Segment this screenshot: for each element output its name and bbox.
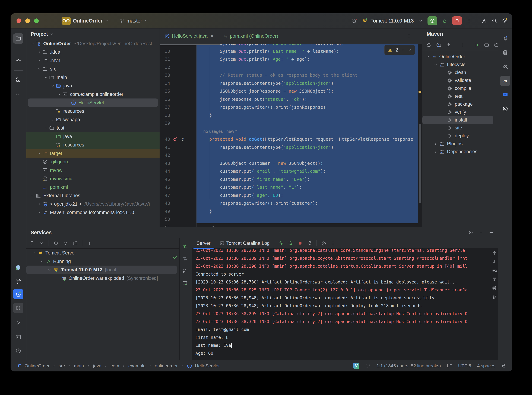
chevron-down-icon[interactable] bbox=[418, 18, 423, 23]
rerun-button[interactable] bbox=[427, 16, 437, 25]
breadcrumb-item[interactable]: java bbox=[93, 363, 101, 369]
breadcrumb-item[interactable]: example bbox=[128, 363, 145, 369]
project-tree-item[interactable]: < openjdk-21 > /Users/eve/Library/Java/J… bbox=[26, 200, 160, 208]
maven-tree-item-test[interactable]: test bbox=[422, 92, 498, 100]
scroll-up-icon[interactable] bbox=[492, 250, 497, 255]
soft-wrap-icon[interactable] bbox=[492, 268, 497, 273]
plus-icon[interactable] bbox=[460, 43, 465, 48]
maven-tree-item-package[interactable]: package bbox=[422, 100, 498, 108]
breadcrumb-item[interactable]: main bbox=[74, 363, 84, 369]
tab-pomxml[interactable]: m pom.xml (OnlineOrder) bbox=[218, 28, 283, 44]
tab-helloservlet[interactable]: C HelloServlet.java × bbox=[160, 28, 218, 44]
settings-gear-icon[interactable] bbox=[502, 18, 508, 24]
bug-x-icon[interactable] bbox=[351, 18, 357, 24]
code-editor[interactable]: 29 System.out.println("First name: " + f… bbox=[160, 44, 422, 227]
target-icon[interactable] bbox=[468, 230, 473, 235]
breadcrumb[interactable]: OnlineOrdersrcmainjavacomexampleonlineor… bbox=[18, 363, 220, 369]
sidebar-run-icon[interactable] bbox=[13, 318, 23, 328]
breadcrumb-item[interactable]: com bbox=[111, 363, 119, 369]
project-tree-item[interactable]: .mvn bbox=[26, 56, 160, 65]
encoding[interactable]: UTF-8 bbox=[458, 363, 471, 369]
at-icon[interactable]: @ bbox=[180, 137, 186, 142]
sidebar-brackets-icon[interactable] bbox=[13, 303, 23, 313]
deploy-icon[interactable] bbox=[182, 243, 188, 249]
maven-tree-item-plugins[interactable]: Plugins bbox=[422, 140, 498, 148]
run-icon[interactable] bbox=[475, 43, 479, 48]
kebab-icon[interactable] bbox=[407, 33, 411, 38]
services-tree-item[interactable]: Running bbox=[26, 257, 179, 266]
project-tree-item[interactable]: target bbox=[26, 149, 160, 158]
project-tree-item[interactable]: External Libraries bbox=[26, 191, 160, 200]
stop-button[interactable] bbox=[452, 16, 462, 25]
close-window-button[interactable] bbox=[17, 18, 21, 23]
group-by-icon[interactable] bbox=[54, 241, 58, 246]
maven-tree-item-site[interactable]: site bbox=[422, 124, 498, 132]
project-tree-item[interactable]: mvnw bbox=[26, 166, 160, 175]
project-tree-item[interactable]: Maven: commons-io:commons-io:2.11.0 bbox=[26, 208, 160, 217]
open-in-new-tab-icon[interactable] bbox=[72, 241, 78, 246]
branch-widget[interactable]: master bbox=[120, 18, 149, 24]
sidebar-gopher-icon[interactable] bbox=[13, 262, 23, 273]
clear-all-icon[interactable] bbox=[492, 294, 497, 299]
project-panel-header[interactable]: Project bbox=[26, 28, 160, 39]
project-tree-item[interactable]: src bbox=[26, 65, 160, 73]
tab-scrollbar[interactable] bbox=[160, 44, 220, 45]
add-user-icon[interactable] bbox=[481, 18, 487, 24]
project-tree-item[interactable]: webapp bbox=[26, 115, 160, 124]
chevron-down-icon[interactable] bbox=[408, 48, 412, 52]
maven-tree-item-deploy[interactable]: deploy bbox=[422, 132, 498, 140]
project-tree-item[interactable]: OnlineOrder ~/Desktop/Projects/OnlineOrd… bbox=[26, 39, 160, 48]
sidebar-project-icon[interactable] bbox=[13, 33, 23, 44]
sidebar-chat-icon[interactable] bbox=[500, 90, 510, 100]
refresh-icon[interactable] bbox=[182, 268, 187, 273]
console-log[interactable]: 23-Oct-2023 18:36:28.282 INFO [main] org… bbox=[192, 247, 498, 360]
rerun-debug-button[interactable] bbox=[288, 240, 293, 246]
rerun-button[interactable] bbox=[278, 240, 283, 246]
project-tree-item[interactable]: .gitignore bbox=[26, 158, 160, 166]
maven-tree-item-lifecycle[interactable]: Lifecycle bbox=[422, 61, 498, 69]
offline-mode-icon[interactable] bbox=[494, 42, 498, 48]
caret-position[interactable]: 1:1 (1845 chars, 52 line breaks) bbox=[377, 363, 441, 369]
services-tree-item[interactable]: OnlineOrder:war exploded [Synchronized] bbox=[26, 274, 179, 282]
deploy-all-icon[interactable] bbox=[182, 280, 188, 286]
kebab-icon[interactable] bbox=[466, 18, 471, 23]
maven-tree-item-clean[interactable]: clean bbox=[422, 69, 498, 77]
breadcrumb-item[interactable]: src bbox=[59, 363, 65, 369]
scroll-down-icon[interactable] bbox=[492, 259, 497, 264]
collapse-all-icon[interactable] bbox=[39, 241, 44, 246]
project-tree-item[interactable]: resources bbox=[26, 141, 160, 149]
debug-icon[interactable] bbox=[442, 18, 448, 24]
breadcrumb-item[interactable]: onlineorder bbox=[155, 363, 178, 369]
v-plugin-badge[interactable]: V bbox=[353, 363, 359, 369]
project-tree-item[interactable]: mvnw.cmd bbox=[26, 175, 160, 183]
sidebar-notifications-icon[interactable] bbox=[500, 33, 510, 43]
project-tree-item[interactable]: main bbox=[26, 73, 160, 82]
run-config-icon[interactable] bbox=[484, 42, 489, 48]
editor-scrollbar[interactable] bbox=[418, 44, 422, 227]
project-tree-item[interactable]: m pom.xml bbox=[26, 183, 160, 191]
sidebar-terminal-icon[interactable] bbox=[13, 332, 23, 342]
scrollbar-thumb[interactable] bbox=[419, 124, 421, 203]
sidebar-more-icon[interactable] bbox=[13, 89, 23, 99]
filter-icon[interactable] bbox=[63, 241, 68, 246]
indent-setting[interactable]: 4 spaces bbox=[477, 363, 495, 369]
gauge-icon[interactable] bbox=[321, 241, 326, 246]
sidebar-commit-icon[interactable] bbox=[13, 55, 23, 66]
project-tree-item[interactable]: com.example.onlineorder bbox=[26, 90, 160, 99]
line-ending[interactable]: LF bbox=[447, 363, 452, 369]
inspections-widget[interactable]: 2 bbox=[384, 45, 415, 55]
project-tree-item[interactable]: java bbox=[26, 132, 160, 141]
sidebar-openai-icon[interactable] bbox=[500, 104, 510, 114]
minimize-icon[interactable] bbox=[489, 230, 494, 235]
project-tree-item[interactable]: resources bbox=[26, 107, 160, 115]
add-service-icon[interactable] bbox=[87, 241, 92, 246]
breadcrumb-item[interactable]: OnlineOrder bbox=[25, 363, 50, 369]
warning-stripe-mark[interactable] bbox=[419, 91, 421, 93]
reload-project-icon[interactable] bbox=[436, 42, 441, 48]
project-tree-item[interactable]: .idea bbox=[26, 48, 160, 56]
kebab-icon[interactable] bbox=[331, 241, 336, 246]
sidebar-database-icon[interactable] bbox=[500, 48, 510, 58]
unlock-icon[interactable] bbox=[501, 363, 506, 368]
window-controls[interactable] bbox=[17, 18, 39, 23]
close-icon[interactable]: × bbox=[211, 33, 213, 39]
